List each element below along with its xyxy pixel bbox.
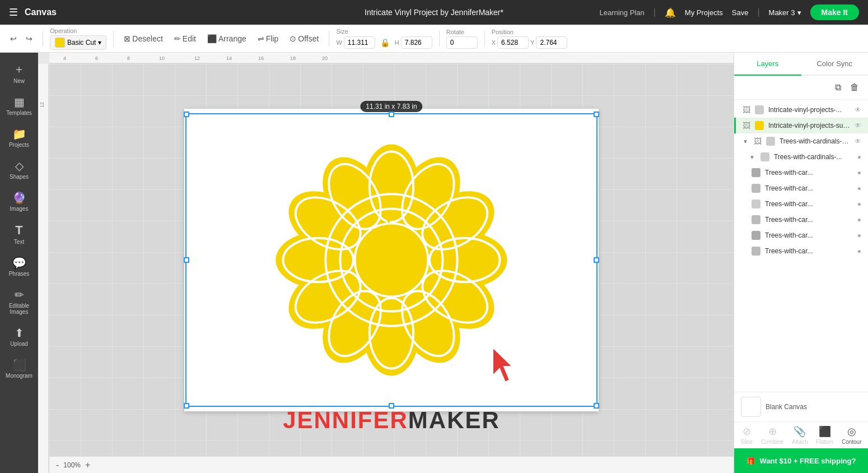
layer-expand-icon2[interactable]: ▼: [749, 154, 755, 160]
sidebar-item-images[interactable]: 🔮 Images: [2, 187, 36, 216]
panel-tool-attach[interactable]: 📎 Attach: [792, 425, 808, 445]
ruler-top: 4 6 8 10 12 14 16 18 20: [49, 53, 734, 64]
make-it-button[interactable]: Make It: [810, 4, 859, 20]
sidebar-label-shapes: Shapes: [10, 174, 29, 180]
svg-text:♥: ♥: [370, 262, 376, 273]
x-input[interactable]: [497, 36, 529, 49]
layer-name-active: Intricate-vinyl-projects-sun...: [768, 122, 850, 129]
height-input[interactable]: [401, 36, 432, 49]
bell-icon[interactable]: 🔔: [665, 7, 676, 18]
undo-redo-group: ↩ ↪: [7, 32, 36, 45]
sidebar-item-monogram[interactable]: ⬛ Monogram: [2, 354, 36, 383]
panel-tool-contour[interactable]: ◎ Contour: [842, 425, 862, 445]
layer-visibility-button[interactable]: ●: [857, 200, 861, 208]
separator1: [43, 31, 43, 47]
layer-item[interactable]: Trees-with-car... ●: [734, 243, 868, 259]
layer-item[interactable]: Trees-with-car... ●: [734, 228, 868, 243]
divider2: |: [757, 7, 759, 17]
arrange-button[interactable]: ⬛ Arrange: [204, 32, 250, 45]
layer-visibility-button[interactable]: ●: [857, 169, 861, 177]
promo-text: Want $10 + FREE shipping?: [760, 457, 856, 465]
lock-icon[interactable]: 🔒: [377, 36, 393, 49]
layer-item[interactable]: Trees-with-car... ●: [734, 212, 868, 228]
sidebar-label-phrases: Phrases: [9, 271, 30, 277]
sidebar-item-phrases[interactable]: 💬 Phrases: [2, 252, 36, 281]
slice-icon: ⊘: [743, 425, 751, 438]
delete-button[interactable]: 🗑: [848, 80, 861, 95]
edit-icon: ✏: [174, 34, 181, 43]
y-input[interactable]: [536, 36, 567, 49]
maker-selector[interactable]: Maker 3 ▾: [769, 8, 801, 17]
sidebar-item-editable-images[interactable]: ✏ Editable Images: [2, 284, 36, 319]
sidebar-item-shapes[interactable]: ◇ Shapes: [2, 155, 36, 184]
right-panel: Layers Color Sync ⧉ 🗑 🖼 Intricate-vinyl-…: [734, 53, 868, 473]
promo-icon: 🎁: [746, 457, 755, 465]
sidebar-item-text[interactable]: T Text: [2, 219, 36, 249]
flip-button[interactable]: ⇌ Flip: [254, 32, 282, 45]
group-visibility-button[interactable]: 👁: [855, 137, 861, 145]
layer-visibility-button[interactable]: ●: [857, 153, 861, 161]
layer-expand-icon[interactable]: ▼: [743, 138, 748, 145]
layer-color-swatch: [755, 105, 764, 114]
panel-tool-slice[interactable]: ⊘ Slice: [740, 425, 753, 445]
save-button[interactable]: Save: [732, 8, 749, 17]
upload-icon: ⬆: [15, 326, 24, 340]
panel-tool-flatten[interactable]: ⬛ Flatten: [816, 425, 833, 445]
left-sidebar: ＋ New ▦ Templates 📁 Projects ◇ Shapes 🔮 …: [0, 53, 38, 473]
menu-icon[interactable]: ☰: [9, 6, 18, 18]
layer-visibility-button[interactable]: ●: [857, 231, 861, 239]
size-inputs: W 🔒 H: [336, 36, 432, 49]
tab-layers[interactable]: Layers: [734, 53, 801, 76]
flip-icon: ⇌: [258, 34, 264, 43]
width-input[interactable]: [344, 36, 375, 49]
canvas-work-area[interactable]: ♥: [184, 109, 599, 411]
group-color-swatch: [766, 137, 775, 146]
layer-color-swatch: [752, 200, 760, 208]
deselect-label: Deselect: [132, 34, 162, 43]
sidebar-item-templates[interactable]: ▦ Templates: [2, 91, 36, 120]
tab-color-sync[interactable]: Color Sync: [801, 53, 869, 75]
edit-button[interactable]: ✏ Edit: [171, 32, 199, 45]
mandala-group: ♥: [276, 117, 507, 376]
sidebar-label-images: Images: [10, 206, 29, 212]
my-projects-button[interactable]: My Projects: [685, 8, 723, 17]
sidebar-label-projects: Projects: [9, 142, 29, 148]
layer-item[interactable]: Trees-with-car... ●: [734, 180, 868, 196]
duplicate-button[interactable]: ⧉: [833, 80, 843, 95]
sidebar-label-editable-images: Editable Images: [4, 303, 34, 315]
layer-item-active[interactable]: 🖼 Intricate-vinyl-projects-sun... 👁: [734, 118, 868, 133]
layer-visibility-button[interactable]: ●: [857, 247, 861, 255]
deselect-button[interactable]: ⊠ Deselect: [120, 32, 166, 45]
layer-item[interactable]: Trees-with-car... ●: [734, 196, 868, 212]
zoom-in-button[interactable]: +: [85, 460, 90, 470]
sidebar-item-upload[interactable]: ⬆ Upload: [2, 322, 36, 351]
separator2: [113, 31, 114, 47]
operation-select[interactable]: Basic Cut ▾: [50, 35, 106, 50]
ruler-top-svg: 4 6 8 10 12 14 16 18 20: [49, 53, 734, 64]
sidebar-item-projects[interactable]: 📁 Projects: [2, 123, 36, 152]
layer-visibility-button[interactable]: 👁: [855, 106, 861, 114]
promo-bar[interactable]: 🎁 Want $10 + FREE shipping?: [734, 448, 868, 473]
undo-button[interactable]: ↩: [7, 32, 20, 45]
layer-group-item[interactable]: ▼ 🖼 Trees-with-cardinals-je... 👁: [734, 133, 868, 149]
panel-tool-combine[interactable]: ⊕ Combine: [761, 425, 783, 445]
svg-text:♥: ♥: [405, 262, 411, 273]
layer-visibility-button[interactable]: ●: [857, 184, 861, 192]
svg-text:6: 6: [95, 55, 98, 61]
redo-button[interactable]: ↪: [22, 32, 36, 45]
layer-visibility-button[interactable]: ●: [857, 216, 861, 224]
rotate-input[interactable]: [446, 36, 478, 49]
layer-item[interactable]: Trees-with-car... ●: [734, 165, 868, 180]
sidebar-item-new[interactable]: ＋ New: [2, 57, 36, 89]
zoom-out-button[interactable]: -: [56, 460, 59, 470]
operation-chevron: ▾: [98, 39, 101, 47]
layer-visibility-button-active[interactable]: 👁: [855, 122, 861, 129]
canvas-content[interactable]: ♥: [49, 64, 734, 456]
offset-button[interactable]: ⊙ Offset: [286, 32, 322, 45]
layer-item[interactable]: ▼ Trees-with-cardinals-... ●: [734, 149, 868, 165]
layer-name: Trees-with-car...: [765, 216, 853, 224]
layer-name: Trees-with-cardinals-...: [774, 153, 853, 161]
layer-color-swatch: [752, 184, 760, 193]
separator5: [484, 31, 485, 47]
layer-item[interactable]: 🖼 Intricate-vinyl-projects-... 👁: [734, 102, 868, 118]
